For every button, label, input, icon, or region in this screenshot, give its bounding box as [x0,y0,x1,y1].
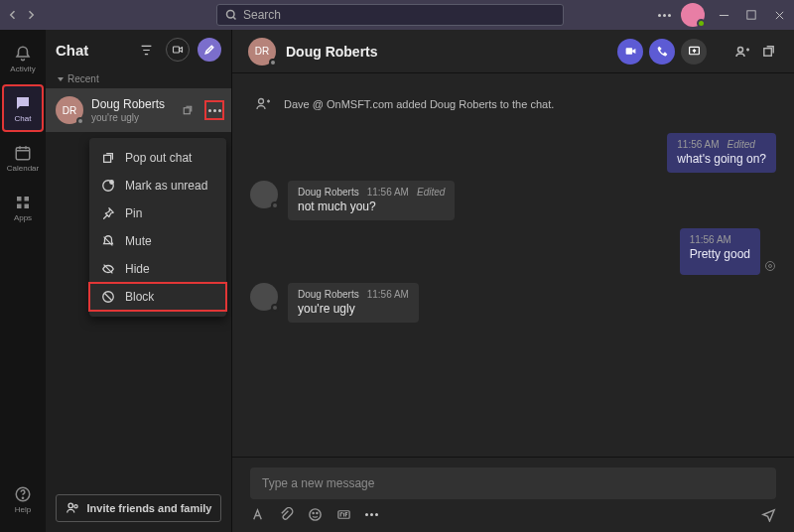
user-avatar[interactable] [681,3,705,27]
svg-point-22 [766,262,775,271]
menu-hide[interactable]: Hide [89,255,226,283]
rail-calendar[interactable]: Calendar [3,135,43,181]
rail-chat-label: Chat [15,114,32,123]
presence-offline-icon [76,117,84,125]
svg-point-23 [769,265,772,268]
sender-avatar [250,181,278,208]
compose-toolbar [250,507,776,522]
menu-mute[interactable]: Mute [89,227,226,255]
svg-rect-3 [17,197,22,201]
system-message-text: Dave @ OnMSFT.com added Doug Roberts to … [284,98,554,110]
chat-list-title: Chat [56,42,126,59]
rail-activity-label: Activity [10,65,35,73]
svg-point-13 [110,181,114,185]
svg-rect-11 [104,155,111,162]
svg-rect-17 [625,48,632,55]
svg-rect-2 [16,147,30,159]
compose-more-button[interactable] [365,513,378,516]
svg-point-15 [68,503,72,507]
search-placeholder: Search [243,8,281,22]
title-bar: Search [0,0,794,30]
attach-button[interactable] [279,507,294,522]
svg-point-16 [73,505,76,508]
search-input[interactable]: Search [216,4,564,26]
menu-pin[interactable]: Pin [89,200,226,227]
filter-button[interactable] [134,38,158,62]
send-button[interactable] [761,507,776,522]
menu-block[interactable]: Block [89,283,226,311]
chat-list-panel: Chat Recent DR Doug Roberts you're ugly [46,30,232,532]
popout-icon[interactable] [178,100,198,120]
chevron-down-icon [58,77,64,81]
back-button[interactable] [6,8,20,22]
sender-avatar [250,283,278,311]
gif-button[interactable] [336,507,351,522]
chat-item-name: Doug Roberts [91,97,170,111]
rail-apps[interactable]: Apps [3,185,43,230]
popout-chat-button[interactable] [758,42,778,62]
person-add-icon [252,93,274,115]
svg-point-24 [310,509,321,520]
video-call-button[interactable] [617,39,643,65]
rail-activity[interactable]: Activity [3,36,43,81]
rail-help-label: Help [15,505,31,514]
meet-now-button[interactable] [166,38,190,62]
new-chat-button[interactable] [198,38,221,62]
svg-rect-20 [763,49,771,57]
chat-item-preview: you're ugly [91,112,170,123]
rail-apps-label: Apps [14,213,32,222]
chat-header: DR Doug Roberts [232,30,794,73]
minimize-button[interactable] [715,6,732,24]
svg-point-21 [259,99,264,104]
svg-rect-1 [747,11,755,19]
message-placeholder: Type a new message [262,476,374,490]
msg-out-2: 11:56 AM Pretty good [250,228,776,275]
svg-rect-5 [17,203,22,208]
compose-area: Type a new message [232,457,794,532]
msg-in-1: Doug Roberts11:56 AMEdited not much you? [250,181,776,220]
msg-in-3: Doug Roberts11:56 AM you're ugly [250,283,776,323]
message-bubble[interactable]: Doug Roberts11:56 AM you're ugly [288,283,419,323]
audio-call-button[interactable] [649,39,675,65]
svg-rect-4 [25,197,30,201]
emoji-button[interactable] [308,507,323,522]
invite-friends-button[interactable]: Invite friends and family [56,494,221,522]
svg-rect-9 [174,47,180,53]
msg-out-0: 11:56 AMEdited what's going on? [250,133,776,173]
svg-point-19 [738,47,743,52]
menu-unread[interactable]: Mark as unread [89,172,226,200]
maximize-button[interactable] [742,6,760,24]
message-bubble[interactable]: 11:56 AM Pretty good [680,228,760,275]
recent-section[interactable]: Recent [46,69,231,88]
chat-item-more-button[interactable] [205,101,223,119]
message-input[interactable]: Type a new message [250,467,776,499]
recent-section-label: Recent [67,73,99,84]
menu-popout[interactable]: Pop out chat [89,144,226,172]
read-receipt-icon [764,260,776,275]
rail-chat[interactable]: Chat [3,85,43,131]
messages-area: Dave @ OnMSFT.com added Doug Roberts to … [232,73,794,457]
chat-header-name: Doug Roberts [286,44,378,60]
format-button[interactable] [250,507,265,522]
rail-help[interactable]: Help [3,476,43,522]
context-menu: Pop out chat Mark as unread Pin Mute Hid… [89,138,226,317]
svg-rect-6 [25,203,30,208]
message-bubble[interactable]: Doug Roberts11:56 AMEdited not much you? [288,181,455,220]
message-bubble[interactable]: 11:56 AMEdited what's going on? [667,133,776,173]
app-rail: Activity Chat Calendar Apps Help [0,30,46,532]
chat-item-avatar: DR [56,96,83,124]
close-window-button[interactable] [770,6,788,24]
more-menu-button[interactable] [658,14,671,17]
screen-share-button[interactable] [681,39,707,65]
svg-point-25 [313,513,314,514]
svg-point-26 [317,513,318,514]
system-message: Dave @ OnMSFT.com added Doug Roberts to … [252,93,776,115]
svg-point-0 [227,11,235,19]
chat-header-avatar: DR [248,38,276,66]
people-button[interactable] [732,42,752,62]
svg-point-8 [22,497,23,498]
svg-rect-10 [184,108,190,114]
chat-list-item[interactable]: DR Doug Roberts you're ugly [46,88,231,132]
forward-button[interactable] [24,8,38,22]
presence-available-icon [697,19,706,28]
